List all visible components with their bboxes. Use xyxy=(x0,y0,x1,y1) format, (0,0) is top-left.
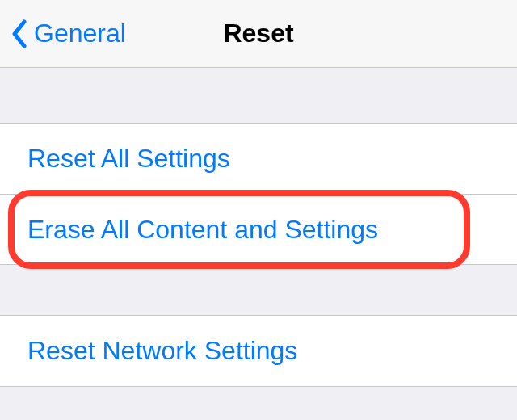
section-gap xyxy=(0,265,517,315)
back-button-label: General xyxy=(34,19,126,48)
navigation-bar: General Reset xyxy=(0,0,517,68)
reset-network-settings-label: Reset Network Settings xyxy=(27,336,297,366)
reset-network-settings-row[interactable]: Reset Network Settings xyxy=(0,316,517,386)
reset-options-group-2: Reset Network Settings xyxy=(0,315,517,387)
erase-all-content-label: Erase All Content and Settings xyxy=(27,215,378,245)
erase-all-content-row[interactable]: Erase All Content and Settings xyxy=(0,194,517,264)
reset-all-settings-label: Reset All Settings xyxy=(27,144,230,174)
back-button[interactable]: General xyxy=(0,0,141,67)
reset-options-group-1: Reset All Settings Erase All Content and… xyxy=(0,123,517,265)
chevron-left-icon xyxy=(11,19,27,48)
reset-all-settings-row[interactable]: Reset All Settings xyxy=(0,124,517,194)
section-gap xyxy=(0,68,517,123)
